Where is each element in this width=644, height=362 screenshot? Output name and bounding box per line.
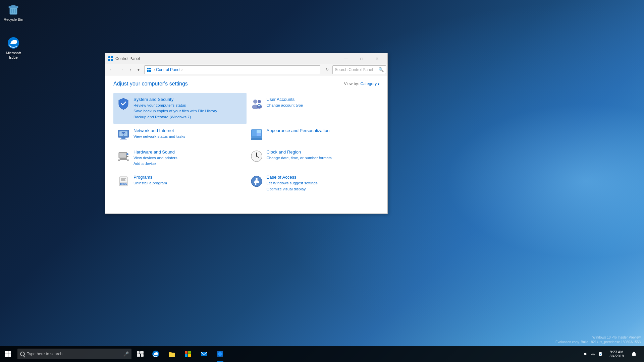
svg-rect-30 xyxy=(257,133,261,136)
viewby-value[interactable]: Category xyxy=(361,81,379,86)
control-panel-window: Control Panel — □ ✕ ← → ↑ ▼ xyxy=(105,53,388,214)
close-button[interactable]: ✕ xyxy=(369,53,385,64)
forward-button[interactable]: → xyxy=(117,65,126,74)
recent-button[interactable]: ▼ xyxy=(135,65,142,74)
svg-rect-11 xyxy=(147,68,149,69)
ease-link2[interactable]: Optimize visual display xyxy=(267,186,318,192)
system-security-link3[interactable]: Backup and Restore (Windows 7) xyxy=(133,114,217,120)
cp-item-hardware[interactable]: Hardware and Sound View devices and prin… xyxy=(113,145,247,171)
window-titlebar: Control Panel — □ ✕ xyxy=(105,53,387,64)
taskbar-edge[interactable] xyxy=(148,346,164,362)
svg-rect-55 xyxy=(141,354,144,357)
minimize-button[interactable]: — xyxy=(338,53,354,64)
programs-text: Programs Uninstall a program xyxy=(133,175,167,186)
svg-rect-7 xyxy=(108,56,110,58)
start-button[interactable] xyxy=(0,346,16,362)
address-bar[interactable]: › Control Panel › xyxy=(144,65,320,74)
tray-icons xyxy=(579,346,607,362)
maximize-button[interactable]: □ xyxy=(354,53,369,64)
svg-rect-32 xyxy=(119,153,126,158)
notification-button[interactable] xyxy=(627,346,641,362)
svg-rect-14 xyxy=(149,70,151,72)
back-button[interactable]: ← xyxy=(107,65,116,74)
cp-item-system-security[interactable]: System and Security Review your computer… xyxy=(113,93,247,124)
taskbar-clock[interactable]: 9:23 AM 8/4/2018 xyxy=(607,346,627,362)
clock-link1[interactable]: Change date, time, or number formats xyxy=(267,155,332,161)
cp-viewby: View by: Category xyxy=(344,81,379,86)
tray-security-icon[interactable] xyxy=(598,351,603,357)
recycle-bin-label: Recycle Bin xyxy=(4,17,23,22)
programs-title[interactable]: Programs xyxy=(133,175,167,180)
cp-header: Adjust your computer's settings View by:… xyxy=(113,81,379,87)
build-line2: Evaluation copy. Build 18214.rs_prerelea… xyxy=(555,340,641,345)
search-placeholder: Search Control Panel xyxy=(335,67,373,72)
programs-link1[interactable]: Uninstall a program xyxy=(133,180,167,186)
recycle-bin-icon xyxy=(7,3,20,16)
svg-rect-57 xyxy=(169,353,175,357)
svg-rect-53 xyxy=(140,351,144,354)
tray-network-icon[interactable] xyxy=(590,351,596,357)
appearance-title[interactable]: Appearance and Personalization xyxy=(267,128,330,133)
cp-item-clock[interactable]: Clock and Region Change date, time, or n… xyxy=(247,145,380,171)
ease-title[interactable]: Ease of Access xyxy=(267,175,318,180)
svg-rect-9 xyxy=(108,59,110,61)
system-security-link2[interactable]: Save backup copies of your files with Fi… xyxy=(133,108,217,114)
appearance-icon xyxy=(250,128,263,141)
svg-rect-29 xyxy=(257,130,261,133)
network-icon xyxy=(117,128,130,141)
system-security-link1[interactable]: Review your computer's status xyxy=(133,103,217,108)
edge-icon xyxy=(7,36,20,50)
address-control-panel[interactable]: Control Panel xyxy=(156,67,180,72)
taskbar-search-icon xyxy=(20,352,25,356)
address-sep: › xyxy=(154,67,155,72)
hardware-link1[interactable]: View devices and printers xyxy=(133,155,177,161)
svg-rect-23 xyxy=(120,139,127,139)
hardware-title[interactable]: Hardware and Sound xyxy=(133,149,177,155)
network-link1[interactable]: View network status and tasks xyxy=(133,134,185,139)
cp-item-network[interactable]: Network and Internet View network status… xyxy=(113,124,247,145)
clock-time: 9:23 AM xyxy=(610,350,623,354)
cp-item-appearance[interactable]: Appearance and Personalization xyxy=(247,124,380,145)
window-content: Adjust your computer's settings View by:… xyxy=(105,75,387,214)
user-accounts-title[interactable]: User Accounts xyxy=(267,97,303,102)
svg-rect-37 xyxy=(126,156,128,157)
taskbar-mail[interactable] xyxy=(196,346,212,362)
taskbar-search-mic-icon[interactable]: 🎤 xyxy=(123,351,129,357)
window-title: Control Panel xyxy=(115,56,338,61)
desktop-icon-edge[interactable]: Microsoft Edge xyxy=(1,35,25,61)
windows-build-info: Windows 10 Pro Insider Preview Evaluatio… xyxy=(555,335,641,345)
hardware-icon xyxy=(117,149,130,163)
network-title[interactable]: Network and Internet xyxy=(133,128,185,133)
taskbar-store[interactable] xyxy=(180,346,196,362)
cp-item-user-accounts[interactable]: User Accounts Change account type xyxy=(247,93,380,124)
control-panel-title-icon xyxy=(108,56,113,61)
cp-item-programs[interactable]: SETUP Programs Uninstall a program xyxy=(113,171,247,196)
svg-rect-33 xyxy=(120,158,127,160)
build-line1: Windows 10 Pro Insider Preview xyxy=(555,335,641,340)
svg-point-15 xyxy=(253,100,257,104)
up-button[interactable]: ↑ xyxy=(127,65,134,74)
system-security-title[interactable]: System and Security xyxy=(133,97,217,102)
taskbar-sticky[interactable] xyxy=(212,346,228,362)
task-view-button[interactable] xyxy=(133,346,148,362)
hardware-link2[interactable]: Add a device xyxy=(133,161,177,167)
tray-speaker-icon[interactable] xyxy=(583,351,588,357)
taskbar-explorer[interactable] xyxy=(164,346,180,362)
taskbar-search[interactable]: Type here to search 🎤 xyxy=(17,349,131,359)
desktop: Recycle Bin Microsoft Edge xyxy=(0,0,644,362)
system-security-icon xyxy=(117,97,130,110)
hardware-text: Hardware and Sound View devices and prin… xyxy=(133,149,177,167)
cp-categories-grid: System and Security Review your computer… xyxy=(113,93,379,196)
svg-point-69 xyxy=(593,356,593,356)
svg-rect-65 xyxy=(217,351,219,353)
clock-title[interactable]: Clock and Region xyxy=(267,149,332,155)
desktop-icon-recycle-bin[interactable]: Recycle Bin xyxy=(1,1,25,23)
svg-rect-12 xyxy=(149,68,151,69)
edge-label: Microsoft Edge xyxy=(3,51,24,60)
search-icon[interactable]: 🔍 xyxy=(378,67,384,72)
cp-item-ease[interactable]: Ease of Access Let Windows suggest setti… xyxy=(247,171,380,196)
user-accounts-link1[interactable]: Change account type xyxy=(267,103,303,108)
search-bar[interactable]: Search Control Panel 🔍 xyxy=(332,65,386,74)
refresh-button[interactable]: ↻ xyxy=(322,65,332,74)
ease-link1[interactable]: Let Windows suggest settings xyxy=(267,180,318,186)
